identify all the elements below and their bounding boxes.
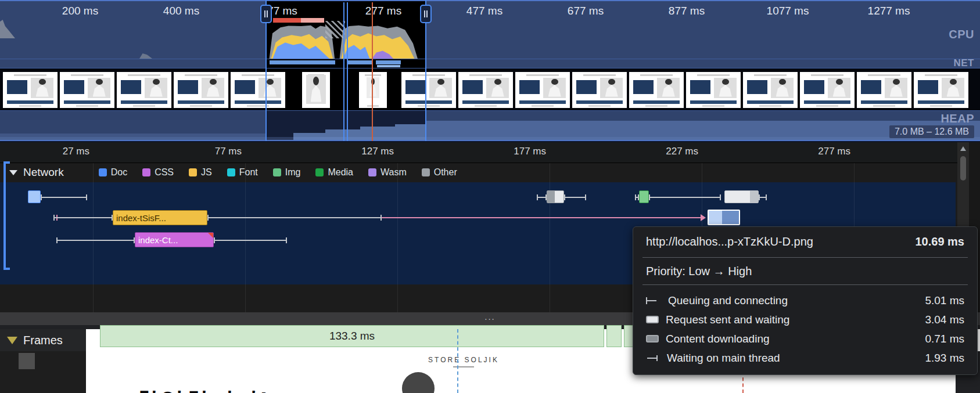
tooltip-duration: 10.69 ms — [915, 235, 964, 248]
phase-icon — [646, 355, 660, 362]
filmstrip-thumbnail[interactable] — [857, 72, 911, 108]
filmstrip-thumbnail[interactable] — [686, 72, 741, 108]
event-marker-line — [372, 2, 373, 141]
thumb-model-photo — [771, 78, 794, 98]
frame-segment[interactable] — [606, 325, 622, 347]
filmstrip-thumbnail[interactable] — [174, 72, 228, 108]
request-label: index-Ct... — [138, 235, 178, 245]
legend-label: JS — [201, 167, 212, 178]
filmstrip-thumbnail[interactable] — [3, 72, 58, 108]
thumb-model-photo — [828, 78, 850, 98]
legend-swatch-icon — [227, 168, 235, 176]
network-request-bar[interactable] — [639, 190, 649, 203]
net-request-mini-bar — [377, 65, 400, 67]
thumb-footer — [76, 105, 98, 107]
legend-swatch-icon — [99, 168, 107, 176]
network-request-bar[interactable]: index-tSisF... — [113, 210, 207, 225]
phase-value: 5.01 ms — [925, 294, 964, 307]
thumb-model-photo — [31, 78, 53, 98]
phase-label: Queuing and connecting — [668, 294, 925, 307]
thumb-nav-block — [861, 80, 882, 95]
detail-time-label: 277 ms — [798, 146, 850, 157]
thumb-model-photo — [942, 78, 964, 98]
legend-item: Other — [422, 167, 457, 178]
profile-avatar — [402, 372, 435, 393]
store-subtitle-line — [453, 366, 474, 367]
filmstrip-thumbnail[interactable] — [914, 72, 968, 108]
overview-time-label: 400 ms — [146, 5, 216, 17]
frame-segment[interactable]: 133.3 ms — [100, 325, 604, 347]
thumb-nav-block — [918, 80, 939, 95]
filmstrip-thumbnail[interactable] — [800, 72, 855, 108]
overview-time-label: 77 ms — [247, 5, 317, 17]
thumb-model-photo — [259, 78, 281, 98]
long-task-indicator — [273, 18, 324, 23]
legend-item: JS — [189, 167, 212, 178]
scrollbar-thumb[interactable] — [960, 156, 966, 181]
filmstrip-thumbnail[interactable] — [572, 72, 627, 108]
network-request-bar[interactable] — [547, 190, 564, 203]
scroll-up-icon[interactable] — [960, 146, 966, 151]
timeline-overview[interactable]: 200 ms400 ms77 ms277 ms477 ms677 ms877 m… — [0, 0, 980, 142]
filmstrip-thumbnail[interactable] — [629, 72, 684, 108]
phase-value: 0.71 ms — [925, 333, 964, 345]
network-request-bar[interactable]: index-Ct... — [135, 232, 214, 247]
network-request-bar[interactable] — [28, 190, 41, 203]
event-marker-line — [343, 2, 344, 141]
thumb-footer — [816, 105, 838, 107]
thumb-header — [583, 74, 616, 76]
net-band-label: NET — [954, 57, 975, 69]
thumb-nav-block — [804, 80, 825, 95]
filmstrip-thumbnail[interactable] — [231, 72, 285, 108]
filmstrip-thumbnail[interactable] — [401, 72, 456, 108]
resource-type-legend: Doc CSS JS Font Img — [99, 167, 457, 178]
heap-step — [325, 129, 360, 140]
thumb-button-bar — [747, 100, 794, 104]
legend-label: Doc — [111, 167, 127, 178]
selection-handle-left[interactable] — [260, 5, 272, 23]
selection-handle-right[interactable] — [420, 5, 432, 23]
thumb-button-bar — [633, 100, 680, 104]
thumb-header — [811, 74, 843, 76]
thumb-header — [754, 74, 787, 76]
thumb-nav-block — [405, 80, 426, 95]
thumb-header — [697, 74, 730, 76]
thumb-header — [412, 74, 445, 76]
thumb-header — [925, 74, 957, 76]
filmstrip-thumbnail[interactable] — [458, 72, 513, 108]
legend-label: CSS — [155, 167, 174, 178]
request-whisker — [207, 217, 382, 218]
filmstrip-thumbnail[interactable] — [302, 72, 330, 108]
network-request-bar[interactable] — [708, 210, 740, 225]
filmstrip-thumbnail[interactable] — [117, 72, 171, 108]
frame-marker-dashed-line — [457, 329, 458, 393]
thumb-footer — [190, 105, 212, 107]
overview-time-label: 277 ms — [349, 5, 418, 17]
thumb-footer — [418, 105, 440, 107]
frames-header[interactable]: Frames — [0, 329, 86, 351]
thumb-nav-block — [576, 80, 597, 95]
thumb-header — [71, 74, 103, 76]
cpu-activity-small — [139, 53, 152, 59]
request-whisker — [214, 240, 287, 241]
network-disclosure-icon[interactable] — [9, 170, 17, 175]
request-label: index-tSisF... — [116, 213, 166, 223]
thumb-nav-block — [64, 80, 85, 95]
detail-time-label: 177 ms — [494, 146, 546, 157]
filmstrip-thumbnail[interactable] — [743, 72, 798, 108]
network-request-bar[interactable] — [724, 190, 759, 203]
legend-label: Wasm — [380, 167, 407, 178]
thumb-button-bar — [462, 100, 509, 104]
thumb-nav-block — [7, 80, 28, 95]
legend-swatch-icon — [422, 168, 430, 176]
thumb-header — [526, 74, 559, 76]
thumb-nav-block — [690, 80, 711, 95]
filmstrip-thumbnail[interactable] — [60, 72, 114, 108]
request-whisker — [56, 240, 135, 241]
welcome-heading: 환영합니다! — [135, 385, 268, 393]
filmstrip-thumbnail[interactable] — [515, 72, 570, 108]
phase-label: Request sent and waiting — [666, 313, 925, 326]
tooltip-divider — [642, 284, 968, 285]
filmstrip-thumbnail[interactable] — [359, 72, 387, 108]
network-track-title[interactable]: Network — [23, 166, 64, 179]
